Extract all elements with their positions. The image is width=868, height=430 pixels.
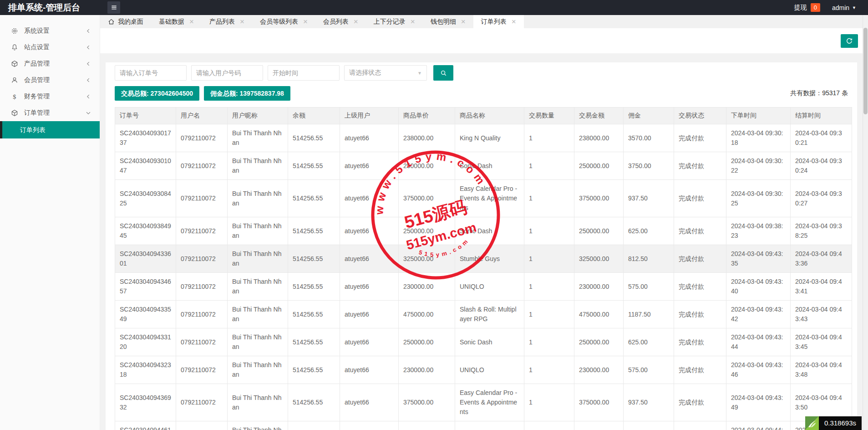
tab-basic-data[interactable]: 基础数据×: [151, 15, 202, 28]
sidebar-item-product-management[interactable]: 产品管理: [0, 56, 100, 72]
sidebar-item-finance-management[interactable]: $财务管理: [0, 88, 100, 105]
tab-desktop[interactable]: 我的桌面: [100, 15, 151, 28]
table-row[interactable]: SC240304093084250792110072Bui Thi Thanh …: [115, 180, 852, 217]
cell-unit-price: 325000.00: [399, 245, 455, 273]
username: admin: [832, 4, 849, 11]
cell-amount: 250000.00: [574, 421, 624, 430]
status-select-value: 请选择状态: [349, 69, 381, 77]
tab-wallet-detail[interactable]: 钱包明细×: [423, 15, 473, 28]
table-row[interactable]: SC240304093849450792110072Bui Thi Thanh …: [115, 217, 852, 245]
cell-unit-price: 238000.00: [399, 124, 455, 152]
cell-order-time: 2024-03-04 09:43:35: [726, 245, 791, 273]
cell-balance: 514256.55: [288, 217, 340, 245]
cell-nickname: Bui Thi Thanh Nhan: [228, 217, 288, 245]
tab-label: 产品列表: [209, 18, 235, 26]
cell-settle-time: 2024-03-04 09:30:27: [791, 180, 852, 217]
search-icon: [440, 70, 447, 77]
table-row[interactable]: SC240304093017370792110072Bui Thi Thanh …: [115, 124, 852, 152]
cell-order-time: 2024-03-04 09:30:18: [726, 124, 791, 152]
record-count: 共有数据：95317 条: [790, 89, 848, 97]
close-icon[interactable]: ×: [354, 18, 358, 26]
table-row[interactable]: SC240304094331200792110072Bui Thi Thanh …: [115, 328, 852, 356]
close-icon[interactable]: ×: [240, 18, 244, 26]
cell-order-time: 2024-03-04 09:43:42: [726, 301, 791, 328]
tab-product-list[interactable]: 产品列表×: [202, 15, 252, 28]
thinkphp-trace-icon[interactable]: [805, 416, 819, 430]
close-icon[interactable]: ×: [411, 18, 415, 26]
sidebar-item-order-management[interactable]: 订单管理: [0, 105, 100, 121]
cell-product-name: Sonic Dash: [455, 421, 524, 430]
cell-quantity: 1: [524, 217, 574, 245]
cell-upline: atuyet66: [340, 328, 399, 356]
cell-upline: atuyet66: [340, 217, 399, 245]
cell-settle-time: 2024-03-04 09:43:43: [791, 301, 852, 328]
table-row[interactable]: SC240304094335490792110072Bui Thi Thanh …: [115, 301, 852, 328]
cell-upline: atuyet66: [340, 152, 399, 180]
cell-nickname: Bui Thi Thanh Nhan: [228, 152, 288, 180]
col-order-no: 订单号: [115, 108, 176, 124]
sidebar-item-member-management[interactable]: 会员管理: [0, 72, 100, 88]
table-row[interactable]: SC240304093010470792110072Bui Thi Thanh …: [115, 152, 852, 180]
cube-icon: [11, 109, 19, 117]
table-row[interactable]: SC240304094369320792110072Bui Thi Thanh …: [115, 384, 852, 421]
search-button[interactable]: [433, 65, 453, 81]
cell-status: 完成付款: [674, 421, 726, 430]
cell-commission: 3750.00: [624, 152, 674, 180]
table-row[interactable]: SC240304094323180792110072Bui Thi Thanh …: [115, 356, 852, 384]
table-row[interactable]: SC240304094346570792110072Bui Thi Thanh …: [115, 273, 852, 301]
user-no-input[interactable]: [191, 65, 263, 81]
chevron-down-icon: ▼: [417, 71, 422, 76]
col-amount: 交易金额: [574, 108, 624, 124]
sidebar-item-label: 订单管理: [24, 109, 50, 117]
cell-quantity: 1: [524, 328, 574, 356]
tab-member-list[interactable]: 会员列表×: [315, 15, 366, 28]
cell-commission: 1187.50: [624, 301, 674, 328]
vertical-scrollbar[interactable]: [863, 15, 868, 430]
cell-order-time: 2024-03-04 09:38:23: [726, 217, 791, 245]
col-product-name: 商品名称: [455, 108, 524, 124]
user-menu[interactable]: admin ▼: [832, 4, 856, 11]
table-row[interactable]: SC240304094461550792110072Bui Thi Thanh …: [115, 421, 852, 430]
close-icon[interactable]: ×: [303, 18, 308, 26]
cell-unit-price: 250000.00: [399, 421, 455, 430]
chevron-left-icon: [85, 93, 91, 100]
tab-order-list[interactable]: 订单列表×: [473, 15, 524, 28]
scrollbar-thumb[interactable]: [863, 28, 868, 114]
cell-nickname: Bui Thi Thanh Nhan: [228, 245, 288, 273]
sidebar-subitem-order-list[interactable]: 订单列表: [0, 121, 100, 138]
cell-settle-time: 2024-03-04 09:43:45: [791, 328, 852, 356]
sidebar-item-system-settings[interactable]: 系统设置: [0, 23, 100, 39]
start-time-input[interactable]: [268, 65, 340, 81]
cell-upline: atuyet66: [340, 273, 399, 301]
tab-updown-records[interactable]: 上下分记录×: [366, 15, 423, 28]
close-icon[interactable]: ×: [461, 18, 466, 26]
cell-amount: 325000.00: [574, 245, 624, 273]
cell-amount: 250000.00: [574, 328, 624, 356]
status-select[interactable]: 请选择状态 ▼: [344, 65, 427, 81]
cell-upline: atuyet66: [340, 124, 399, 152]
table-row[interactable]: SC240304094336010792110072Bui Thi Thanh …: [115, 245, 852, 273]
cell-product-name: Easy Calendar Pro - Events & Appointment…: [455, 384, 524, 421]
sidebar-item-site-settings[interactable]: 站点设置: [0, 39, 100, 56]
hamburger-menu-icon[interactable]: [107, 1, 120, 14]
order-no-input[interactable]: [115, 65, 187, 81]
close-icon[interactable]: ×: [189, 18, 194, 26]
chevron-down-icon: [85, 110, 91, 116]
cell-commission: 625.00: [624, 421, 674, 430]
refresh-button[interactable]: [841, 34, 858, 48]
withdraw-link[interactable]: 提现 0: [794, 3, 820, 12]
cell-balance: 514256.55: [288, 152, 340, 180]
cell-order-time: 2024-03-04 09:30:22: [726, 152, 791, 180]
cell-amount: 375000.00: [574, 384, 624, 421]
cell-status: 完成付款: [674, 245, 726, 273]
summary-row: 交易总额: 273042604500 佣金总额: 1397582837.98 共…: [115, 86, 848, 101]
tab-member-level-list[interactable]: 会员等级列表×: [252, 15, 315, 28]
col-settle-time: 结算时间: [791, 108, 852, 124]
trace-widget: 0.318693s: [805, 416, 862, 430]
cell-order-no: SC24030409301737: [115, 124, 176, 152]
orders-table-body: SC240304093017370792110072Bui Thi Thanh …: [115, 124, 852, 430]
cell-quantity: 1: [524, 245, 574, 273]
close-icon[interactable]: ×: [512, 18, 516, 26]
cell-unit-price: 375000.00: [399, 384, 455, 421]
user-icon: [11, 77, 19, 84]
